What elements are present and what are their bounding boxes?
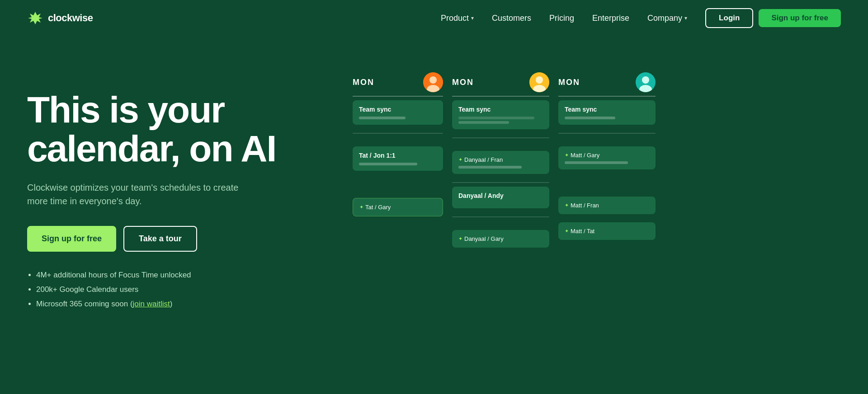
waitlist-link[interactable]: join waitlist <box>133 300 170 308</box>
navbar: clockwise Product ▾ Customers Pricing En… <box>0 0 868 36</box>
tat-jon-label: Tat / Jon 1:1 <box>359 152 437 159</box>
tat-gary-card: ✦ Tat / Gary <box>353 198 443 216</box>
team-sync-card-2: Team sync <box>452 100 549 129</box>
card-bar-6 <box>565 161 628 164</box>
nav-customers[interactable]: Customers <box>492 14 531 23</box>
danyaal-gary-card: ✦ Danyaal / Gary <box>452 230 549 248</box>
matt-gary-card: ✦ Matt / Gary <box>558 146 656 169</box>
plus-icon-3: ✦ <box>458 236 462 242</box>
divider-1 <box>353 133 443 134</box>
plus-icon-2: ✦ <box>458 157 462 163</box>
plus-icon-4: ✦ <box>565 152 569 158</box>
logo[interactable]: clockwise <box>27 10 93 26</box>
spacer-2a <box>452 142 549 151</box>
danyaal-andy-card: Danyaal / Andy <box>452 187 549 208</box>
calendar-col-1: MON Team sync Tat / Jon 1:1 <box>353 72 443 252</box>
chevron-down-icon-2: ▾ <box>684 15 687 21</box>
calendar-col-3: MON Team sync ✦ Matt / Gary <box>558 72 656 252</box>
nav-product[interactable]: Product ▾ <box>441 14 474 23</box>
matt-tat-label: ✦ Matt / Tat <box>565 228 649 235</box>
spacer-1b <box>353 175 443 198</box>
col-1-day: MON <box>353 78 374 87</box>
svg-marker-0 <box>28 12 42 24</box>
bullet-microsoft: Microsoft 365 coming soon (join waitlist… <box>36 299 316 310</box>
col-2-header: MON <box>452 72 549 97</box>
divider-4 <box>452 216 549 217</box>
divider-3 <box>452 182 549 183</box>
svg-point-2 <box>429 76 437 84</box>
team-sync-label-2: Team sync <box>458 106 543 113</box>
spacer-3a <box>558 137 656 146</box>
col-3-header: MON <box>558 72 656 97</box>
hero-left: This is your calendar, on AI Clockwise o… <box>27 63 316 310</box>
team-sync-card-3: Team sync <box>558 100 656 125</box>
plus-icon-6: ✦ <box>565 228 569 234</box>
avatar-col-3 <box>636 72 656 92</box>
avatar-icon-3 <box>636 72 656 92</box>
matt-gary-label: ✦ Matt / Gary <box>565 152 649 159</box>
chevron-down-icon: ▾ <box>471 15 474 21</box>
plus-icon-5: ✦ <box>565 202 569 208</box>
danyaal-gary-label: ✦ Danyaal / Gary <box>458 235 543 242</box>
matt-fran-label: ✦ Matt / Fran <box>565 202 649 209</box>
nav-company[interactable]: Company ▾ <box>647 14 687 23</box>
tat-gary-label: ✦ Tat / Gary <box>359 204 436 211</box>
tat-jon-card: Tat / Jon 1:1 <box>353 146 443 171</box>
logo-text: clockwise <box>48 12 93 24</box>
avatar-col-1 <box>423 72 443 92</box>
card-bar-1 <box>359 117 406 119</box>
team-sync-label-1: Team sync <box>359 106 437 113</box>
avatar-icon-1 <box>423 72 443 92</box>
calendar-preview: MON Team sync Tat / Jon 1:1 <box>316 63 841 252</box>
divider-5 <box>558 133 656 134</box>
hero-bullets: 4M+ additional hours of Focus Time unloc… <box>27 270 316 309</box>
col-3-day: MON <box>558 78 580 87</box>
danyaal-fran-label: ✦ Danyaal / Fran <box>458 156 543 163</box>
col-2-day: MON <box>452 78 474 87</box>
card-bar-3 <box>458 117 534 119</box>
matt-fran-card: ✦ Matt / Fran <box>558 197 656 214</box>
svg-point-5 <box>536 76 543 84</box>
hero-title: This is your calendar, on AI <box>27 90 316 168</box>
nav-buttons: Login Sign up for free <box>705 8 841 28</box>
team-sync-card-1: Team sync <box>353 100 443 125</box>
col-1-header: MON <box>353 72 443 97</box>
plus-icon-1: ✦ <box>359 204 363 210</box>
signup-nav-button[interactable]: Sign up for free <box>759 9 841 27</box>
danyaal-andy-label: Danyaal / Andy <box>458 192 543 199</box>
tour-button[interactable]: Take a tour <box>123 226 197 252</box>
bullet-focus-time: 4M+ additional hours of Focus Time unloc… <box>36 270 316 281</box>
nav-links: Product ▾ Customers Pricing Enterprise C… <box>441 14 687 23</box>
signup-hero-button[interactable]: Sign up for free <box>27 226 116 252</box>
calendar-col-2: MON Team sync ✦ Danya <box>452 72 549 252</box>
card-bar-3b <box>458 121 509 124</box>
spacer-2b <box>452 221 549 230</box>
card-bar-2 <box>359 163 417 165</box>
danyaal-fran-card: ✦ Danyaal / Fran <box>452 151 549 174</box>
hero-buttons: Sign up for free Take a tour <box>27 226 316 252</box>
bullet-calendar-users: 200k+ Google Calendar users <box>36 284 316 295</box>
nav-pricing[interactable]: Pricing <box>549 14 574 23</box>
team-sync-label-3: Team sync <box>565 106 649 113</box>
hero-section: This is your calendar, on AI Clockwise o… <box>0 36 868 394</box>
divider-2 <box>452 137 549 138</box>
spacer-3c <box>558 219 656 222</box>
avatar-icon-2 <box>529 72 549 92</box>
login-button[interactable]: Login <box>705 8 753 28</box>
spacer-1a <box>353 137 443 146</box>
avatar-col-2 <box>529 72 549 92</box>
spacer-3b <box>558 174 656 197</box>
svg-point-8 <box>642 76 649 84</box>
card-bar-4 <box>458 166 522 169</box>
nav-enterprise[interactable]: Enterprise <box>592 14 629 23</box>
clockwise-logo-icon <box>27 10 43 26</box>
matt-tat-card: ✦ Matt / Tat <box>558 222 656 240</box>
hero-subtitle: Clockwise optimizes your team's schedule… <box>27 181 244 208</box>
card-bar-5 <box>565 117 615 119</box>
